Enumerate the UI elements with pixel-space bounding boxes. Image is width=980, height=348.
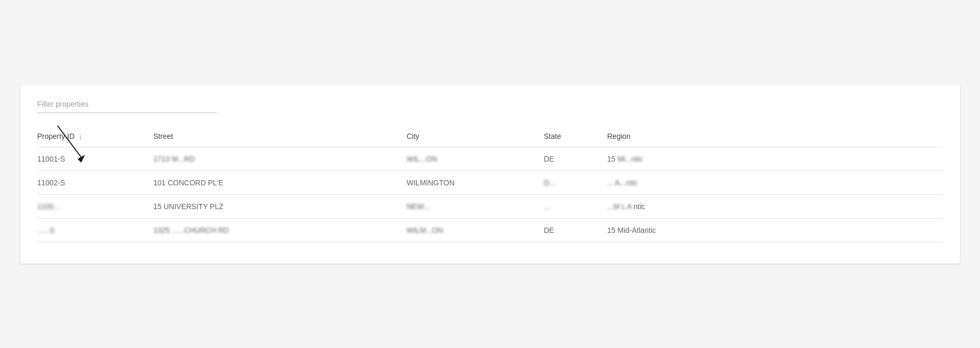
cell-property-id: 11001-S: [37, 147, 154, 171]
region-num: 15: [607, 226, 616, 234]
cell-region: 15 Mid-Atlantic: [607, 218, 943, 242]
column-header-city[interactable]: City: [407, 126, 544, 147]
property-id-value: 11002-S: [37, 178, 65, 187]
table-row[interactable]: ......S 1325 ......CHURCH RD WILM...ON D…: [37, 218, 943, 242]
state-value: DE: [544, 226, 554, 234]
cell-region: ...M L A ntic: [607, 194, 943, 218]
cell-region: ... A...ntic: [607, 171, 943, 194]
cell-street: 1713 M...RD: [154, 147, 407, 171]
cell-street: 1325 ......CHURCH RD: [154, 218, 407, 242]
properties-table: Property ID ↓ Street City State Region 1…: [37, 126, 943, 242]
column-header-state[interactable]: State: [544, 126, 607, 147]
region-name: A...ntic: [615, 178, 638, 187]
region-num: ...M L A: [607, 202, 632, 211]
region-num: ...: [607, 178, 614, 187]
city-value: WILM...ON: [407, 226, 443, 234]
column-header-region[interactable]: Region: [607, 126, 943, 147]
property-id-value: 11001-S: [37, 155, 65, 163]
column-label-property-id: Property ID: [37, 132, 75, 140]
cell-state: DE: [544, 147, 607, 171]
cell-property-id: 11002-S: [37, 171, 154, 194]
sort-desc-icon: ↓: [79, 133, 82, 140]
filter-label: Filter properties: [37, 100, 943, 108]
cell-region: 15 Mi...ntic: [607, 147, 943, 171]
property-id-value: ......S: [37, 226, 55, 234]
region-num: 15: [607, 155, 616, 163]
state-value: D...: [544, 178, 556, 187]
cell-state: ...: [544, 194, 607, 218]
table-row[interactable]: 11001-S 1713 M...RD WIL...ON DE 15 Mi...…: [37, 147, 943, 171]
properties-card: Filter properties Property ID ↓ Street C…: [21, 85, 960, 264]
state-value: ...: [544, 202, 550, 211]
region-name: Mid-Atlantic: [617, 226, 656, 234]
table-header-row: Property ID ↓ Street City State Region: [37, 126, 943, 147]
column-header-property-id[interactable]: Property ID ↓: [37, 126, 154, 147]
street-value: 101 CONCORD PL'E: [154, 178, 224, 187]
table-row[interactable]: 1100... 15 UNIVERSITY PLZ NEW... ... ...…: [37, 194, 943, 218]
street-value: 15 UNIVERSITY PLZ: [154, 202, 224, 211]
cell-city: WILM...ON: [407, 218, 544, 242]
property-id-value: 1100...: [37, 202, 60, 211]
city-value: NEW...: [407, 202, 430, 211]
region-name: Mi...ntic: [617, 155, 643, 163]
region-name: ntic: [634, 202, 645, 211]
cell-state: D...: [544, 171, 607, 194]
cell-street: 15 UNIVERSITY PLZ: [154, 194, 407, 218]
street-value: 1713 M...RD: [154, 155, 195, 163]
cell-city: NEW...: [407, 194, 544, 218]
cell-city: WILMINGTON: [407, 171, 544, 194]
table-row[interactable]: 11002-S 101 CONCORD PL'E WILMINGTON D...…: [37, 171, 943, 194]
street-value: 1325 ......CHURCH RD: [154, 226, 229, 234]
filter-underline: [37, 112, 217, 113]
cell-state: DE: [544, 218, 607, 242]
cell-street: 101 CONCORD PL'E: [154, 171, 407, 194]
state-value: DE: [544, 155, 554, 163]
city-value: WILMINGTON: [407, 178, 455, 187]
city-value: WIL...ON: [407, 155, 437, 163]
cell-property-id: ......S: [37, 218, 154, 242]
cell-property-id: 1100...: [37, 194, 154, 218]
cell-city: WIL...ON: [407, 147, 544, 171]
column-header-street[interactable]: Street: [154, 126, 407, 147]
